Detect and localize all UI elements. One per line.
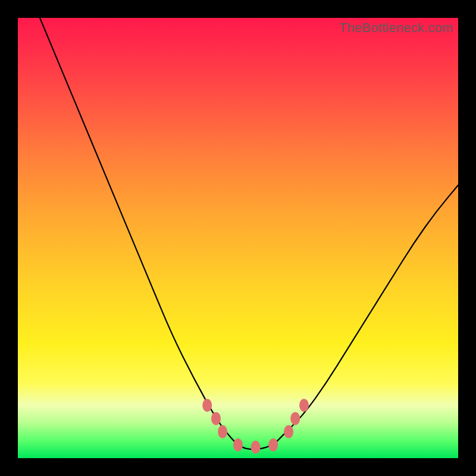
curve-marker <box>290 412 300 425</box>
curve-svg <box>18 18 458 458</box>
curve-marker <box>268 439 278 452</box>
curve-marker <box>202 399 212 412</box>
curve-marker <box>299 399 309 412</box>
curve-marker <box>251 441 261 454</box>
curve-marker <box>284 425 293 439</box>
bottleneck-curve <box>40 18 458 449</box>
curve-marker <box>211 412 221 425</box>
chart-frame: TheBottleneck.com <box>0 0 476 476</box>
curve-marker <box>218 425 227 439</box>
plot-area: TheBottleneck.com <box>18 18 458 458</box>
curve-marker <box>233 439 243 452</box>
